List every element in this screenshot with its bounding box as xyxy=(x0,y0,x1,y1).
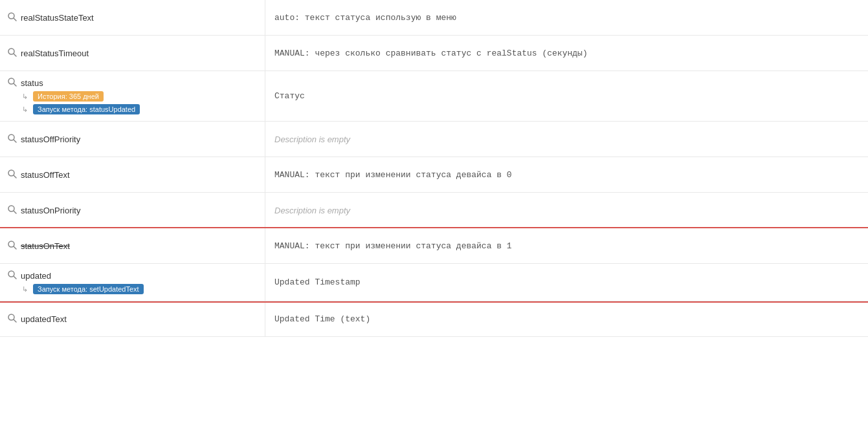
search-icon[interactable] xyxy=(8,270,17,281)
field-name-statusOffText: statusOffText xyxy=(21,170,70,180)
description-text-updatedText: Updated Time (text) xyxy=(274,314,370,324)
search-icon[interactable] xyxy=(8,12,17,23)
right-col-statusOffText: MANUAL: текст при изменении статуса дева… xyxy=(265,157,868,192)
right-col-updated: Updated Timestamp xyxy=(265,264,868,301)
field-header-statusOnText: statusOnText xyxy=(8,241,257,252)
field-header-statusOffPriority: statusOffPriority xyxy=(8,134,257,145)
left-col-statusOffPriority: statusOffPriority xyxy=(0,122,265,157)
svg-point-16 xyxy=(8,314,14,320)
right-col-realStatusTimeout: MANUAL: через сколько сравнивать статус … xyxy=(265,36,868,70)
field-header-realStatusTimeout: realStatusTimeout xyxy=(8,48,257,59)
field-name-updated: updated xyxy=(21,271,51,281)
badge-blue[interactable]: Запуск метода: statusUpdated xyxy=(33,104,140,114)
properties-list: realStatusStateTextauto: текст статуса и… xyxy=(0,0,868,421)
field-name-statusOnPriority: statusOnPriority xyxy=(21,206,80,215)
field-header-realStatusStateText: realStatusStateText xyxy=(8,12,257,23)
svg-line-5 xyxy=(14,83,16,86)
right-col-statusOnText: MANUAL: текст при изменении статуса дева… xyxy=(265,228,868,263)
left-col-updatedText: updatedText xyxy=(0,301,265,336)
right-col-status: Статус xyxy=(265,71,868,121)
right-col-updatedText: Updated Time (text) xyxy=(265,301,868,336)
description-text-realStatusStateText: auto: текст статуса использую в меню xyxy=(274,13,456,23)
badge-row: ↳История: 365 дней xyxy=(22,91,257,102)
arrow-icon: ↳ xyxy=(22,105,28,114)
svg-line-3 xyxy=(14,54,16,56)
badge-row: ↳Запуск метода: statusUpdated xyxy=(22,104,257,114)
description-empty-statusOffPriority: Description is empty xyxy=(274,135,350,144)
search-icon[interactable] xyxy=(8,169,17,180)
property-row-status: status↳История: 365 дней↳Запуск метода: … xyxy=(0,71,868,122)
left-col-statusOffText: statusOffText xyxy=(0,157,265,192)
left-col-updated: updated↳Запуск метода: setUpdatedText xyxy=(0,264,265,301)
property-row-statusOffPriority: statusOffPriorityDescription is empty xyxy=(0,122,868,157)
property-row-statusOnPriority: statusOnPriorityDescription is empty xyxy=(0,193,868,228)
badge-orange[interactable]: История: 365 дней xyxy=(33,91,104,102)
property-row-realStatusTimeout: realStatusTimeoutMANUAL: через сколько с… xyxy=(0,36,868,71)
search-icon[interactable] xyxy=(8,241,17,252)
arrow-icon: ↳ xyxy=(22,285,28,294)
badge-row: ↳Запуск метода: setUpdatedText xyxy=(22,284,257,294)
property-row-realStatusStateText: realStatusStateTextauto: текст статуса и… xyxy=(0,0,868,36)
svg-point-4 xyxy=(8,78,14,84)
right-col-statusOffPriority: Description is empty xyxy=(265,122,868,157)
svg-point-6 xyxy=(8,135,14,140)
left-col-realStatusTimeout: realStatusTimeout xyxy=(0,36,265,70)
property-row-updated: updated↳Запуск метода: setUpdatedTextUpd… xyxy=(0,264,868,301)
search-icon[interactable] xyxy=(8,134,17,145)
svg-point-14 xyxy=(8,271,14,277)
property-row-statusOffText: statusOffTextMANUAL: текст при изменении… xyxy=(0,157,868,193)
svg-point-8 xyxy=(8,170,14,176)
field-name-statusOnText: statusOnText xyxy=(21,241,70,251)
left-col-status: status↳История: 365 дней↳Запуск метода: … xyxy=(0,71,265,121)
field-name-statusOffPriority: statusOffPriority xyxy=(21,135,80,144)
description-text-updated: Updated Timestamp xyxy=(274,277,361,287)
badge-blue[interactable]: Запуск метода: setUpdatedText xyxy=(33,284,144,294)
left-col-statusOnPriority: statusOnPriority xyxy=(0,193,265,228)
field-name-realStatusTimeout: realStatusTimeout xyxy=(21,49,89,58)
svg-line-1 xyxy=(14,18,16,21)
search-icon[interactable] xyxy=(8,78,17,89)
right-col-statusOnPriority: Description is empty xyxy=(265,193,868,228)
svg-point-0 xyxy=(8,13,14,19)
property-row-statusOnText: statusOnTextMANUAL: текст при изменении … xyxy=(0,228,868,264)
svg-line-11 xyxy=(14,211,16,213)
svg-line-9 xyxy=(14,175,16,178)
description-text-statusOffText: MANUAL: текст при изменении статуса дева… xyxy=(274,170,512,180)
field-header-updatedText: updatedText xyxy=(8,314,257,325)
field-name-status: status xyxy=(21,78,43,88)
search-icon[interactable] xyxy=(8,205,17,216)
right-col-realStatusStateText: auto: текст статуса использую в меню xyxy=(265,0,868,35)
description-text-realStatusTimeout: MANUAL: через сколько сравнивать статус … xyxy=(274,49,588,58)
description-empty-statusOnPriority: Description is empty xyxy=(274,206,350,215)
field-header-statusOnPriority: statusOnPriority xyxy=(8,205,257,216)
description-text-statusOnText: MANUAL: текст при изменении статуса дева… xyxy=(274,241,512,251)
field-name-updatedText: updatedText xyxy=(21,314,67,324)
field-header-updated: updated xyxy=(8,270,257,281)
svg-line-17 xyxy=(14,319,16,322)
property-row-updatedText: updatedTextUpdated Time (text) xyxy=(0,301,868,337)
search-icon[interactable] xyxy=(8,48,17,59)
svg-line-15 xyxy=(14,276,16,279)
field-header-status: status xyxy=(8,78,257,89)
arrow-icon: ↳ xyxy=(22,92,28,101)
svg-line-7 xyxy=(14,140,16,142)
description-text-status: Статус xyxy=(274,91,305,101)
left-col-statusOnText: statusOnText xyxy=(0,228,265,263)
svg-point-12 xyxy=(8,241,14,247)
left-col-realStatusStateText: realStatusStateText xyxy=(0,0,265,35)
search-icon[interactable] xyxy=(8,314,17,325)
svg-line-13 xyxy=(14,246,16,249)
field-name-realStatusStateText: realStatusStateText xyxy=(21,13,94,23)
field-header-statusOffText: statusOffText xyxy=(8,169,257,180)
svg-point-10 xyxy=(8,206,14,211)
svg-point-2 xyxy=(8,49,14,54)
